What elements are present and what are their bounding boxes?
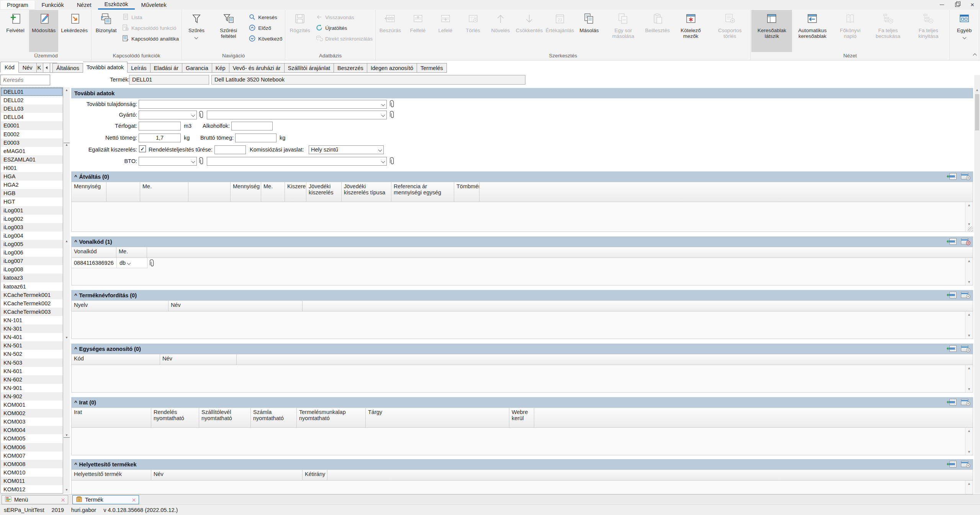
- scroll-up-icon[interactable]: ▲: [974, 88, 980, 92]
- gyarto-nev-combo[interactable]: [207, 111, 387, 119]
- sidebar-tab-3[interactable]: K: [37, 63, 43, 73]
- product-list-scrollbar[interactable]: ▲ ▲ ▲ ▼ ▼ ▼: [64, 87, 70, 494]
- gyarto-combo[interactable]: [139, 111, 197, 119]
- list-item[interactable]: KN-502: [1, 350, 63, 358]
- list-item[interactable]: HGA: [1, 172, 63, 181]
- scroll-up-icon[interactable]: ▲: [965, 366, 973, 370]
- list-item[interactable]: E0003: [1, 139, 63, 147]
- list-item[interactable]: DELL03: [1, 104, 63, 113]
- tab--ltal-nos[interactable]: Általános: [52, 63, 83, 73]
- list-item[interactable]: KOM003: [1, 417, 63, 426]
- column-header[interactable]: [106, 182, 140, 202]
- list-item[interactable]: iLog001: [1, 206, 63, 215]
- list-item[interactable]: KOM002: [1, 409, 63, 417]
- menu-item-nézet[interactable]: Nézet: [70, 0, 98, 10]
- collapse-section-icon[interactable]: ^: [74, 346, 77, 352]
- column-header[interactable]: Név: [160, 354, 237, 365]
- column-header[interactable]: Nyelv: [71, 301, 169, 311]
- menu-item-program[interactable]: Program: [0, 0, 35, 10]
- task-tab-menu[interactable]: Menü ×: [2, 495, 68, 504]
- tab-beszerz-s[interactable]: Beszerzés: [334, 63, 367, 73]
- scroll-up-icon[interactable]: ▲: [64, 88, 70, 92]
- me-cell[interactable]: db: [117, 258, 147, 268]
- list-item[interactable]: E0002: [1, 130, 63, 139]
- collapse-section-icon[interactable]: ^: [74, 239, 77, 244]
- column-header[interactable]: [479, 182, 973, 202]
- list-item[interactable]: iLog004: [1, 231, 63, 240]
- list-item[interactable]: iLog006: [1, 248, 63, 257]
- column-header[interactable]: Me.: [116, 247, 147, 258]
- list-item[interactable]: KOM008: [1, 460, 63, 468]
- column-header[interactable]: Tárgy: [366, 408, 509, 428]
- list-item[interactable]: KOM001: [1, 401, 63, 409]
- tab-termel-s[interactable]: Termelés: [417, 63, 447, 73]
- collapse-section-icon[interactable]: ^: [74, 292, 77, 298]
- felvetel-button[interactable]: Felvétel: [2, 10, 29, 52]
- attachment-icon[interactable]: [390, 111, 395, 119]
- list-item[interactable]: KCacheTermek001: [1, 291, 63, 299]
- list-item[interactable]: KOM007: [1, 451, 63, 460]
- list-item[interactable]: KOM006: [1, 443, 63, 451]
- collapse-section-icon[interactable]: ^: [74, 399, 77, 405]
- scroll-mark-icon[interactable]: ▲: [64, 143, 70, 147]
- kotelezo-mezok-button[interactable]: Kötelező mezők: [671, 10, 710, 52]
- tab-garancia[interactable]: Garancia: [182, 63, 212, 73]
- column-header[interactable]: Számla nyomtatható: [251, 408, 297, 428]
- szures-button[interactable]: Szűrés: [183, 10, 210, 52]
- lekerdezes-button[interactable]: Lekérdezés: [58, 10, 90, 52]
- column-header[interactable]: Webre kerül: [509, 408, 534, 428]
- column-header[interactable]: Jövedéki kiszerelés típusa: [342, 182, 391, 202]
- list-item[interactable]: KOM011: [1, 477, 63, 485]
- minimize-button[interactable]: [934, 0, 949, 10]
- list-item[interactable]: KCacheTermek003: [1, 308, 63, 316]
- grid-scrollbar[interactable]: ▲ ▼: [965, 428, 973, 455]
- list-item[interactable]: KN-902: [1, 392, 63, 401]
- list-item[interactable]: HGB: [1, 189, 63, 197]
- restore-button[interactable]: [949, 0, 965, 10]
- scroll-down-icon[interactable]: ▼: [965, 387, 973, 391]
- ujratoltes-button[interactable]: Újratöltés: [314, 23, 375, 33]
- list-item[interactable]: KOM012: [1, 485, 63, 494]
- grid-insert-row-icon[interactable]: [947, 173, 957, 182]
- grid-delete-row-icon[interactable]: [960, 398, 971, 407]
- rendeles-tures-input[interactable]: [214, 145, 246, 154]
- grid-insert-row-icon[interactable]: [947, 345, 957, 354]
- list-item[interactable]: HGA2: [1, 181, 63, 189]
- scroll-down-icon[interactable]: ▼: [965, 334, 973, 337]
- elozo-button[interactable]: Előző: [247, 23, 284, 33]
- column-header[interactable]: Kiszerelé: [285, 182, 306, 202]
- list-item[interactable]: katoaz61: [1, 282, 63, 291]
- column-header[interactable]: [534, 408, 973, 428]
- brutto-tomeg-input[interactable]: [235, 134, 276, 142]
- grid-delete-row-icon[interactable]: [960, 460, 971, 469]
- list-item[interactable]: H001: [1, 164, 63, 172]
- attachment-icon[interactable]: [199, 157, 204, 165]
- list-item[interactable]: KN-602: [1, 375, 63, 384]
- column-header[interactable]: Név: [151, 470, 303, 481]
- szuresi-feltetel-button[interactable]: Szűrési feltétel: [210, 10, 247, 52]
- scroll-up-icon[interactable]: ▲: [965, 429, 973, 433]
- tab-sz-ll-t-i-raj-nlat[interactable]: Szállítói árajánlat: [285, 63, 334, 73]
- alkoholfok-input[interactable]: [231, 122, 273, 130]
- sidebar-tab-2[interactable]: Név: [19, 63, 37, 73]
- scroll-mark-icon[interactable]: ▼: [64, 434, 70, 438]
- list-item[interactable]: iLog003: [1, 223, 63, 231]
- tab-le-r-s[interactable]: Leírás: [128, 63, 150, 73]
- column-header[interactable]: [237, 354, 973, 365]
- list-item[interactable]: KN-503: [1, 359, 63, 367]
- search-input[interactable]: [0, 75, 50, 85]
- grid-delete-row-icon[interactable]: [960, 238, 971, 247]
- list-item[interactable]: iLog005: [1, 240, 63, 248]
- column-header[interactable]: [303, 301, 973, 311]
- column-header[interactable]: Rendelés nyomtatható: [151, 408, 199, 428]
- scroll-down-icon[interactable]: ▼: [965, 280, 973, 284]
- page-scrollbar[interactable]: ▲: [974, 75, 980, 494]
- menu-item-funkciók[interactable]: Funkciók: [35, 0, 70, 10]
- scroll-mark-icon[interactable]: ▼: [64, 336, 70, 340]
- egalizalt-checkbox[interactable]: ✓: [139, 145, 146, 152]
- list-item[interactable]: KOM005: [1, 434, 63, 443]
- list-item[interactable]: iLog002: [1, 215, 63, 223]
- list-item[interactable]: iLog008: [1, 265, 63, 274]
- list-item[interactable]: katoaz3: [1, 274, 63, 282]
- list-item[interactable]: KN-901: [1, 384, 63, 392]
